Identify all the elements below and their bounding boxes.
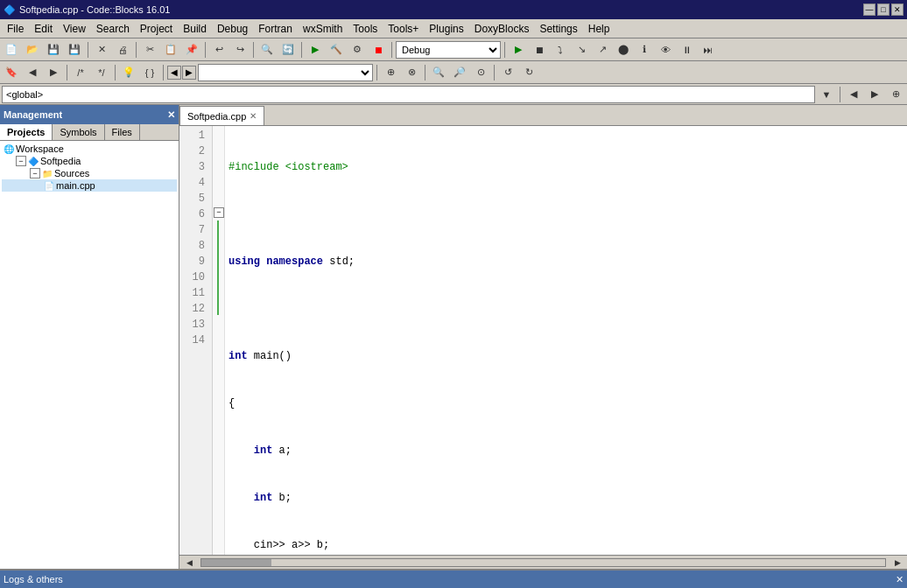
toggle-bookmark[interactable]: 🔖 bbox=[2, 63, 21, 82]
close-button-tb[interactable]: ✕ bbox=[92, 40, 111, 60]
zoom-reset[interactable]: ⊙ bbox=[471, 63, 490, 82]
code-line-1: #include <iostream> bbox=[229, 159, 903, 175]
bottom-panel-close-icon[interactable]: ✕ bbox=[896, 574, 903, 585]
debug-config-dropdown[interactable]: Debug Release bbox=[396, 41, 501, 59]
scroll-right[interactable]: ▶ bbox=[888, 553, 907, 572]
tree-mainfile[interactable]: 📄 main.cpp bbox=[2, 179, 177, 192]
search-button[interactable]: 🔍 bbox=[257, 40, 277, 60]
menu-fortran[interactable]: Fortran bbox=[253, 21, 298, 37]
replace-button[interactable]: 🔄 bbox=[278, 40, 298, 60]
sidebar-tab-files[interactable]: Files bbox=[105, 124, 140, 140]
menu-search[interactable]: Search bbox=[91, 21, 135, 37]
zoom-out[interactable]: 🔎 bbox=[450, 63, 469, 82]
redo-button[interactable]: ↪ bbox=[230, 40, 250, 60]
menu-plugins[interactable]: Plugins bbox=[424, 21, 468, 37]
line-num-4: 4 bbox=[179, 175, 208, 191]
addr-go[interactable]: ▼ bbox=[817, 85, 836, 104]
menu-doxyblocks[interactable]: DoxyBlocks bbox=[469, 21, 535, 37]
nav-back[interactable]: ◀ bbox=[167, 66, 181, 80]
sidebar-tab-projects[interactable]: Projects bbox=[0, 124, 53, 140]
menu-toolsplus[interactable]: Tools+ bbox=[383, 21, 424, 37]
debug-next[interactable]: ⤵ bbox=[551, 40, 570, 60]
new-button[interactable]: 📄 bbox=[2, 40, 21, 60]
run-button[interactable]: ▶ bbox=[306, 40, 325, 60]
line-num-12: 12 bbox=[179, 301, 208, 317]
menu-edit[interactable]: Edit bbox=[29, 21, 58, 37]
sidebar: Management ✕ Projects Symbols Files 🌐 Wo… bbox=[0, 105, 179, 569]
menu-view[interactable]: View bbox=[58, 21, 91, 37]
scroll-track[interactable] bbox=[200, 558, 886, 567]
save-all-button[interactable]: 💾 bbox=[65, 40, 84, 60]
prev-bookmark[interactable]: ◀ bbox=[23, 63, 42, 82]
zoom-in[interactable]: 🔍 bbox=[429, 63, 448, 82]
debug-bp[interactable]: ⬤ bbox=[614, 40, 633, 60]
address-input[interactable] bbox=[2, 86, 815, 103]
maximize-button[interactable]: □ bbox=[877, 4, 889, 16]
undo-button[interactable]: ↩ bbox=[209, 40, 229, 60]
menu-debug[interactable]: Debug bbox=[212, 21, 253, 37]
debug-out[interactable]: ↗ bbox=[593, 40, 612, 60]
sep2 bbox=[136, 42, 137, 58]
code-content[interactable]: #include <iostream> using namespace std;… bbox=[225, 126, 907, 555]
build-run-button[interactable]: ⚙ bbox=[348, 40, 367, 60]
debug-stop[interactable]: ⏹ bbox=[530, 40, 549, 60]
fold-button-6[interactable]: − bbox=[214, 207, 224, 218]
minimize-button[interactable]: — bbox=[863, 4, 875, 16]
cut-button[interactable]: ✂ bbox=[140, 40, 159, 60]
print-button[interactable]: 🖨 bbox=[113, 40, 132, 60]
tree-sources[interactable]: − 📁 Sources bbox=[2, 167, 177, 179]
scroll-left[interactable]: ◀ bbox=[179, 553, 199, 572]
save-button[interactable]: 💾 bbox=[44, 40, 63, 60]
copy-button[interactable]: 📋 bbox=[161, 40, 180, 60]
jump-match[interactable]: { } bbox=[140, 63, 159, 82]
debug-step[interactable]: ↘ bbox=[572, 40, 591, 60]
line-numbers: 1 2 3 4 5 6 7 8 9 10 11 12 13 14 bbox=[179, 126, 213, 555]
menu-settings[interactable]: Settings bbox=[534, 21, 582, 37]
autocomplete[interactable]: 💡 bbox=[119, 63, 138, 82]
nav-fwd[interactable]: ▶ bbox=[182, 66, 196, 80]
menu-wxsmith[interactable]: wxSmith bbox=[298, 21, 348, 37]
editor-tab-softpedia[interactable]: Softpedia.cpp ✕ bbox=[179, 106, 264, 125]
include-directive: #include <iostream> bbox=[229, 159, 348, 175]
tree-workspace[interactable]: 🌐 Workspace bbox=[2, 143, 177, 155]
debug-watches[interactable]: 👁 bbox=[656, 40, 675, 60]
paste-button[interactable]: 📌 bbox=[182, 40, 201, 60]
menu-tools[interactable]: Tools bbox=[348, 21, 383, 37]
workspace-icon: 🌐 bbox=[4, 144, 14, 154]
scroll-thumb[interactable] bbox=[201, 559, 271, 566]
debug-pause[interactable]: ⏸ bbox=[677, 40, 696, 60]
uncomment[interactable]: */ bbox=[92, 63, 111, 82]
sources-expand[interactable]: − bbox=[30, 168, 40, 178]
menu-help[interactable]: Help bbox=[583, 21, 615, 37]
sidebar-tab-symbols[interactable]: Symbols bbox=[53, 124, 104, 140]
location-dropdown[interactable] bbox=[198, 64, 373, 81]
close-button[interactable]: ✕ bbox=[891, 4, 903, 16]
nav-next[interactable]: ▶ bbox=[865, 85, 884, 104]
tree-project[interactable]: − 🔷 Softpedia bbox=[2, 155, 177, 167]
reload2[interactable]: ↻ bbox=[519, 63, 538, 82]
match-brace[interactable]: ⊗ bbox=[402, 63, 421, 82]
fold-line-7 bbox=[217, 220, 219, 236]
nav-prev[interactable]: ◀ bbox=[844, 85, 863, 104]
bottom-panel-header: Logs & others ✕ bbox=[0, 570, 907, 588]
debug-skip[interactable]: ⏭ bbox=[698, 40, 717, 60]
sidebar-close-icon[interactable]: ✕ bbox=[167, 109, 175, 121]
debug-run[interactable]: ▶ bbox=[509, 40, 528, 60]
jump-to[interactable]: ⊕ bbox=[381, 63, 400, 82]
sep13 bbox=[494, 65, 495, 80]
project-expand[interactable]: − bbox=[16, 156, 26, 166]
build-button[interactable]: 🔨 bbox=[327, 40, 346, 60]
debug-info[interactable]: ℹ bbox=[635, 40, 654, 60]
toggle-comment[interactable]: /* bbox=[71, 63, 90, 82]
tab-close-icon[interactable]: ✕ bbox=[250, 111, 257, 121]
menu-build[interactable]: Build bbox=[178, 21, 212, 37]
menu-project[interactable]: Project bbox=[135, 21, 178, 37]
using-kw: using namespace bbox=[229, 254, 323, 270]
next-bookmark[interactable]: ▶ bbox=[44, 63, 63, 82]
stop-button[interactable]: ⏹ bbox=[369, 40, 388, 60]
open-button[interactable]: 📂 bbox=[23, 40, 42, 60]
menu-file[interactable]: File bbox=[2, 21, 29, 37]
code-complete[interactable]: ⊕ bbox=[886, 85, 905, 104]
reload[interactable]: ↺ bbox=[498, 63, 517, 82]
horizontal-scrollbar[interactable]: ◀ ▶ bbox=[179, 555, 907, 569]
